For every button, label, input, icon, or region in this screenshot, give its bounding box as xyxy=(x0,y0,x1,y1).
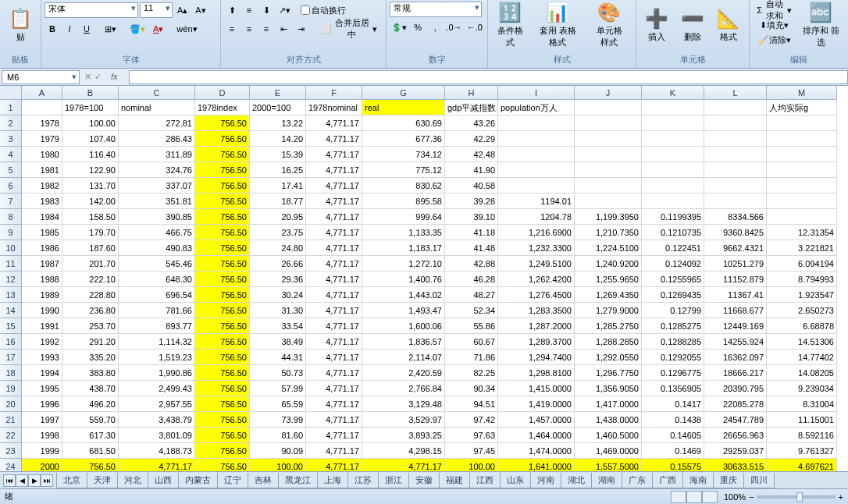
last-sheet-button[interactable]: ⏭ xyxy=(41,474,53,487)
cell[interactable]: 222.10 xyxy=(62,272,119,287)
cell[interactable]: 291.20 xyxy=(62,334,119,350)
cell[interactable]: 781.66 xyxy=(119,303,195,318)
cell[interactable]: 756.50 xyxy=(195,365,250,381)
align-center-button[interactable]: ≡ xyxy=(241,20,257,37)
cell[interactable] xyxy=(575,178,642,193)
cell[interactable] xyxy=(767,115,837,131)
row-header[interactable]: 4 xyxy=(0,147,22,162)
cell[interactable]: 0.1199395 xyxy=(642,209,704,225)
cell[interactable]: 1999 xyxy=(22,443,62,459)
cell[interactable]: 1993 xyxy=(22,350,62,365)
sheet-tab[interactable]: 江苏 xyxy=(347,473,379,488)
cell[interactable]: 3,801.09 xyxy=(119,428,195,443)
cell[interactable]: 4,771.17 xyxy=(306,256,362,272)
cell[interactable]: 756.50 xyxy=(195,381,250,396)
cell[interactable]: 2,957.55 xyxy=(119,396,195,412)
cell[interactable]: 1,641.0000 xyxy=(498,459,575,471)
row-header[interactable]: 6 xyxy=(0,178,22,193)
cell[interactable]: 0.15575 xyxy=(642,459,704,471)
sheet-tab[interactable]: 天津 xyxy=(87,473,118,488)
cell[interactable]: 4,771.17 xyxy=(362,459,445,471)
cell[interactable]: 0.122451 xyxy=(642,240,704,256)
cell[interactable]: 4,771.17 xyxy=(306,318,362,334)
page-break-view-button[interactable] xyxy=(702,491,718,503)
cell[interactable]: 6.68878 xyxy=(767,318,837,334)
cell[interactable]: 24547.789 xyxy=(704,412,767,428)
next-sheet-button[interactable]: ▶ xyxy=(28,474,41,487)
cell[interactable]: 756.50 xyxy=(195,115,250,131)
cell[interactable]: 29.36 xyxy=(250,272,306,287)
cell[interactable]: 1,183.17 xyxy=(362,240,445,256)
cell[interactable]: 18666.217 xyxy=(704,365,767,381)
prev-sheet-button[interactable]: ◀ xyxy=(16,474,28,487)
cell[interactable]: 1994 xyxy=(22,365,62,381)
cell[interactable]: 14255.924 xyxy=(704,334,767,350)
cell[interactable]: 1,415.0000 xyxy=(498,381,575,396)
font-color-button[interactable]: A▾ xyxy=(150,20,166,37)
cell[interactable]: 1989 xyxy=(22,287,62,303)
cell[interactable]: 0.14605 xyxy=(642,428,704,443)
cell[interactable]: 756.50 xyxy=(195,350,250,365)
cell[interactable]: 6.094194 xyxy=(767,256,837,272)
cell[interactable]: 11367.41 xyxy=(704,287,767,303)
font-size-select[interactable]: 11 xyxy=(140,2,173,18)
cell[interactable]: 756.50 xyxy=(195,131,250,147)
cell[interactable]: 1,224.5100 xyxy=(575,240,642,256)
cell[interactable]: 26.66 xyxy=(250,256,306,272)
select-all-corner[interactable] xyxy=(0,86,22,100)
cell[interactable]: 22085.278 xyxy=(704,396,767,412)
cell[interactable]: 4,771.17 xyxy=(306,162,362,178)
cell[interactable]: 1981 xyxy=(22,162,62,178)
cell[interactable]: 559.70 xyxy=(62,412,119,428)
zoom-out-button[interactable]: − xyxy=(749,492,754,502)
cell[interactable]: 4,771.17 xyxy=(306,396,362,412)
cell[interactable] xyxy=(704,115,767,131)
cell[interactable]: 14.08205 xyxy=(767,365,837,381)
cell[interactable] xyxy=(642,193,704,209)
cell[interactable] xyxy=(767,147,837,162)
row-header[interactable]: 1 xyxy=(0,100,22,115)
spreadsheet-grid[interactable]: ABCDEFGHIJKLM 12345678910111213141516171… xyxy=(0,86,848,471)
cell[interactable]: 4,771.17 xyxy=(306,240,362,256)
cell[interactable]: 11.15001 xyxy=(767,412,837,428)
bold-button[interactable]: B xyxy=(45,20,60,37)
row-header[interactable]: 16 xyxy=(0,334,22,350)
cell[interactable]: 4,771.17 xyxy=(306,178,362,193)
decrease-indent-button[interactable]: ⇤ xyxy=(276,20,291,37)
cell[interactable]: 0.1417 xyxy=(642,396,704,412)
fx-icon[interactable]: fx xyxy=(105,72,124,82)
cell[interactable] xyxy=(642,162,704,178)
insert-button[interactable]: ➕插入 xyxy=(640,2,674,48)
format-button[interactable]: 📐格式 xyxy=(711,2,746,48)
cell[interactable]: 1,990.86 xyxy=(119,365,195,381)
cell[interactable]: 97.45 xyxy=(445,443,498,459)
sheet-tab[interactable]: 山西 xyxy=(148,473,179,488)
cell[interactable]: 1,296.7750 xyxy=(575,365,642,381)
cell[interactable]: 756.50 xyxy=(195,459,250,471)
cell[interactable]: 337.07 xyxy=(119,178,195,193)
delete-button[interactable]: ➖删除 xyxy=(675,2,710,48)
sheet-tab[interactable]: 广东 xyxy=(622,473,653,488)
row-header[interactable]: 9 xyxy=(0,225,22,240)
cell[interactable]: 756.50 xyxy=(195,443,250,459)
cell[interactable]: 1,289.3700 xyxy=(498,334,575,350)
cell[interactable]: 0.1356905 xyxy=(642,381,704,396)
cell[interactable] xyxy=(575,193,642,209)
cell[interactable]: 9.239034 xyxy=(767,381,837,396)
cell[interactable]: 756.50 xyxy=(195,272,250,287)
cell[interactable] xyxy=(642,131,704,147)
cell[interactable]: 1,438.0000 xyxy=(575,412,642,428)
column-header[interactable]: M xyxy=(767,86,837,100)
cell[interactable]: 17.41 xyxy=(250,178,306,193)
column-header[interactable]: G xyxy=(362,86,445,100)
decrease-font-button[interactable]: A▾ xyxy=(192,2,208,19)
cell[interactable] xyxy=(704,100,767,115)
sheet-tab[interactable]: 广西 xyxy=(652,473,683,488)
cell[interactable]: 3,129.48 xyxy=(362,396,445,412)
table-format-button[interactable]: 📊套用 表格格式 xyxy=(531,2,585,48)
row-header[interactable]: 24 xyxy=(0,459,22,471)
cell[interactable] xyxy=(642,178,704,193)
cell[interactable]: 895.58 xyxy=(362,193,445,209)
align-top-button[interactable]: ⬆ xyxy=(224,2,240,19)
cell[interactable]: 8.592116 xyxy=(767,428,837,443)
